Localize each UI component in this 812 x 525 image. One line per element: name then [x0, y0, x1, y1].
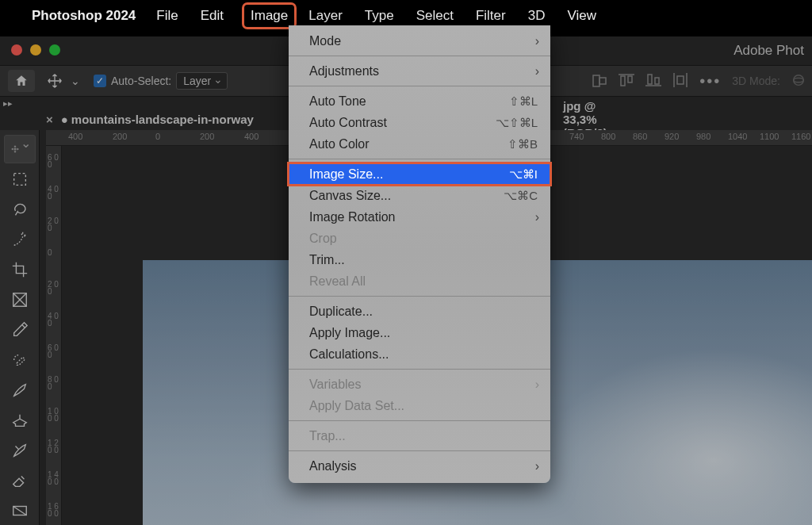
ruler-tick: 200 [113, 132, 127, 141]
menu-item-auto-color[interactable]: Auto Color⇧⌘B [289, 133, 550, 155]
ruler-tick: 1 2 0 0 [48, 439, 60, 454]
tool-history-brush[interactable] [4, 436, 36, 465]
tool-brush[interactable] [4, 376, 36, 404]
tool-lasso[interactable] [4, 195, 36, 224]
lasso-icon [11, 201, 29, 218]
menu-item-canvas-size[interactable]: Canvas Size...⌥⌘C [289, 185, 550, 206]
menu-item-label: Image Rotation [309, 210, 538, 224]
menu-separator [289, 56, 550, 56]
menu-item-label: Trap... [309, 429, 538, 443]
menu-item-label: Duplicate... [309, 305, 538, 319]
menu-item-auto-tone[interactable]: Auto Tone⇧⌘L [289, 90, 550, 112]
menu-view[interactable]: View [567, 8, 596, 24]
menu-item-label: Auto Contrast [309, 116, 496, 130]
tool-eraser[interactable] [4, 466, 36, 495]
ruler-tick: 6 0 0 [48, 344, 60, 358]
current-tool-icon[interactable] [43, 70, 67, 92]
ruler-tick: 860 [633, 132, 647, 141]
distribute-icon[interactable] [672, 73, 688, 90]
image-menu-dropdown: Mode›Adjustments›Auto Tone⇧⌘LAuto Contra… [289, 25, 550, 483]
svg-rect-3 [621, 76, 625, 86]
menu-image[interactable]: Image [246, 6, 293, 25]
menu-edit[interactable]: Edit [201, 8, 224, 24]
menu-type[interactable]: Type [365, 8, 394, 24]
ruler-tick: 1100 [760, 132, 779, 141]
auto-select-target-select[interactable]: Layer [176, 72, 228, 90]
svg-rect-4 [628, 76, 632, 82]
menu-item-adjustments[interactable]: Adjustments› [289, 60, 550, 82]
menu-item-auto-contrast[interactable]: Auto Contrast⌥⇧⌘L [289, 112, 550, 133]
menu-item-duplicate[interactable]: Duplicate... [289, 301, 550, 322]
svg-rect-0 [593, 75, 599, 86]
submenu-arrow-icon: › [535, 64, 539, 79]
tool-frame[interactable] [4, 285, 36, 314]
frame-icon [11, 291, 29, 308]
modified-indicator-icon: ● [61, 113, 68, 126]
align-top-icon[interactable] [619, 73, 634, 90]
minimize-window-button[interactable] [30, 44, 41, 56]
clone-stamp-icon [11, 412, 29, 429]
history-brush-icon [11, 442, 29, 459]
menu-item-trim[interactable]: Trim... [289, 249, 550, 270]
tool-eyedropper[interactable] [4, 316, 36, 344]
home-icon [14, 74, 29, 88]
ruler-tick: 0 [48, 249, 60, 256]
eraser-icon [11, 472, 29, 489]
tool-move[interactable] [4, 135, 36, 163]
menu-item-image-size[interactable]: Image Size...⌥⌘I [289, 163, 550, 185]
tool-marquee[interactable] [4, 165, 36, 194]
menu-item-label: Auto Tone [309, 94, 509, 109]
auto-select-checkbox[interactable]: ✓ [94, 75, 106, 87]
ruler-tick: 1 6 0 0 [48, 503, 60, 517]
svg-rect-13 [13, 174, 25, 186]
tool-clone-stamp[interactable] [4, 406, 36, 435]
menu-3d[interactable]: 3D [528, 8, 546, 24]
tool-crop[interactable] [4, 255, 36, 284]
tool-preset-dropdown[interactable]: ⌄ [68, 70, 82, 92]
menu-item-label: Crop [309, 232, 538, 246]
ruler-tick: 1040 [728, 132, 747, 141]
menu-item-label: Adjustments [309, 64, 538, 79]
menu-item-trap: Trap... [289, 425, 550, 446]
ruler-tick: 1 0 0 0 [48, 408, 60, 422]
menu-item-apply-image[interactable]: Apply Image... [289, 322, 550, 343]
ruler-tick: 2 0 0 [48, 217, 60, 232]
menu-layer[interactable]: Layer [308, 8, 343, 24]
3d-orbit-icon[interactable] [791, 73, 806, 90]
menu-filter[interactable]: Filter [476, 8, 506, 24]
menu-file[interactable]: File [156, 8, 178, 24]
menu-item-mode[interactable]: Mode› [289, 30, 550, 52]
align-bottom-icon[interactable] [645, 73, 661, 90]
auto-select-group: ✓ Auto-Select: Layer [94, 72, 228, 90]
more-options-button[interactable]: ••• [699, 72, 721, 90]
app-name[interactable]: Photoshop 2024 [32, 8, 136, 24]
tool-magic-wand[interactable] [4, 225, 36, 254]
home-button[interactable] [8, 70, 35, 92]
align-left-icon[interactable] [592, 74, 607, 88]
menu-item-shortcut: ⌥⌘C [504, 189, 538, 203]
tool-gradient[interactable] [4, 496, 36, 525]
ruler-tick: 920 [665, 132, 679, 141]
menu-select[interactable]: Select [416, 8, 454, 24]
ruler-tick: 800 [601, 132, 615, 141]
close-tab-button[interactable]: × [46, 113, 53, 126]
document-name-left: mountains-landscape-in-norway [71, 113, 254, 126]
vertical-ruler[interactable]: 6 0 04 0 02 0 002 0 04 0 06 0 08 0 01 0 … [46, 146, 62, 525]
ruler-tick: 740 [569, 132, 584, 141]
healing-brush-icon [11, 351, 29, 369]
menu-item-label: Analysis [309, 459, 538, 473]
maximize-window-button[interactable] [49, 44, 60, 56]
menu-separator [289, 369, 550, 370]
menu-item-calculations[interactable]: Calculations... [289, 343, 550, 365]
expand-panels-button[interactable]: ▸▸ [3, 98, 13, 109]
menu-item-analysis[interactable]: Analysis› [289, 455, 550, 477]
svg-point-11 [794, 75, 804, 85]
document-tab[interactable]: × ● mountains-landscape-in-norway jpg @ … [46, 108, 254, 130]
menu-item-shortcut: ⇧⌘B [508, 137, 538, 151]
menu-item-label: Canvas Size... [309, 189, 504, 203]
tool-healing-brush[interactable] [4, 346, 36, 374]
menu-item-image-rotation[interactable]: Image Rotation› [289, 206, 550, 228]
close-window-button[interactable] [11, 44, 22, 56]
ruler-tick: 200 [200, 132, 214, 141]
svg-point-12 [794, 78, 804, 82]
